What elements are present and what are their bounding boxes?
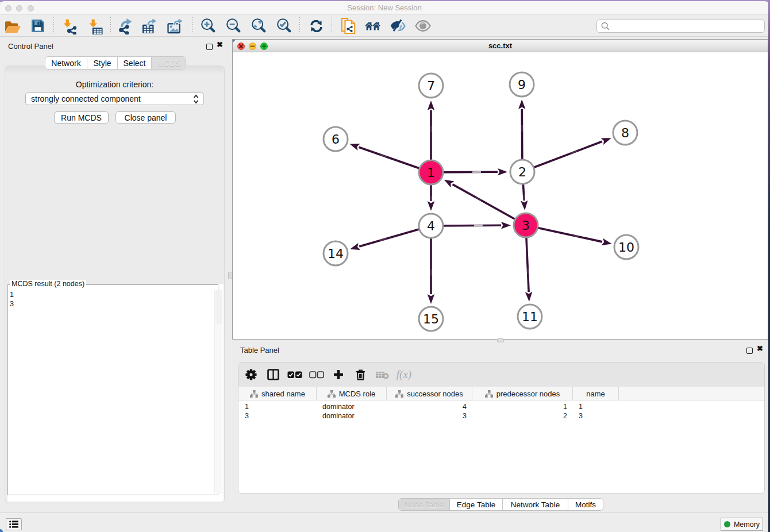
- float-panel-icon[interactable]: [206, 44, 213, 50]
- edge-handle-1-7[interactable]: [430, 126, 432, 132]
- open-session-button[interactable]: [5, 18, 21, 34]
- gear-icon: [245, 369, 257, 380]
- edge-handle-1-4[interactable]: [430, 196, 432, 202]
- column-edit-icon: [395, 390, 403, 398]
- control-panel-tabs: NetworkStyleSelectMCDS: [45, 56, 186, 70]
- edge-handle-1-2[interactable]: [472, 171, 481, 173]
- column-edit-icon: [250, 390, 258, 398]
- table-settings-button[interactable]: [240, 369, 262, 380]
- table-panel-tabs: Node TableEdge TableNetwork TableMotifs: [398, 498, 603, 511]
- plus-icon: [333, 369, 344, 380]
- export-image-icon: [167, 17, 183, 34]
- zoom-in-button[interactable]: [200, 18, 216, 34]
- arrowhead-1-4: [428, 201, 435, 211]
- node-label-6: 6: [332, 132, 340, 147]
- edge-handle-1-6[interactable]: [380, 154, 386, 157]
- zoom-in-icon: [200, 17, 216, 34]
- export-table-button[interactable]: [141, 18, 157, 34]
- zoom-selected-button[interactable]: [276, 18, 292, 34]
- memory-status-dot: [724, 521, 730, 527]
- import-table-icon: [87, 17, 103, 34]
- trash-icon: [356, 369, 365, 380]
- arrowhead-4-3: [501, 222, 511, 229]
- cell-r0-c0[interactable]: 1: [245, 402, 249, 411]
- column-label: shared name: [261, 390, 305, 398]
- import-network-button[interactable]: [61, 18, 78, 34]
- export-image-button[interactable]: [167, 18, 183, 34]
- cell-r0-c3[interactable]: 1: [472, 402, 567, 411]
- duplicate-network-button[interactable]: [341, 18, 357, 34]
- tab-style[interactable]: Style: [87, 57, 118, 69]
- close-panel-icon[interactable]: ✖: [217, 40, 223, 49]
- toolbar-separator: [53, 17, 54, 34]
- optimization-criterion-select[interactable]: strongly connected component: [25, 92, 204, 105]
- cell-r1-c1[interactable]: dominator: [322, 411, 355, 421]
- tab-edge-table[interactable]: Edge Table: [450, 499, 503, 510]
- table-split-view-button[interactable]: [262, 369, 284, 380]
- tab-motifs[interactable]: Motifs: [568, 499, 603, 510]
- arrowhead-1-2: [498, 168, 507, 175]
- result-scrollbar-thumb[interactable]: [215, 290, 222, 324]
- delete-table-button[interactable]: [371, 371, 393, 379]
- mcds-result-title: MCDS result (2 nodes): [10, 280, 86, 288]
- node-label-2: 2: [518, 165, 526, 179]
- edge-handle-4-14[interactable]: [380, 238, 386, 241]
- select-all-columns-button[interactable]: [284, 371, 306, 379]
- window-titlebar[interactable]: Session: New Session: [0, 1, 769, 14]
- cell-r0-c1[interactable]: dominator: [322, 402, 355, 411]
- toolbar-separator: [192, 17, 192, 34]
- column-header-predecessor-nodes[interactable]: predecessor nodes: [472, 387, 573, 400]
- save-session-button[interactable]: [30, 18, 46, 34]
- edge-handle-2-9[interactable]: [521, 125, 523, 131]
- column-header-name[interactable]: name: [573, 387, 619, 400]
- edge-handle-4-15[interactable]: [430, 269, 432, 276]
- network-window-titlebar[interactable]: scc.txt: [233, 40, 768, 52]
- tab-node-table[interactable]: Node Table: [399, 499, 450, 510]
- show-all-button[interactable]: [365, 18, 381, 34]
- column-label: successor nodes: [407, 390, 463, 398]
- cell-r0-c4[interactable]: 1: [579, 402, 583, 411]
- export-network-button[interactable]: [118, 18, 134, 34]
- memory-label: Memory: [734, 521, 760, 529]
- import-network-icon: [61, 17, 78, 34]
- run-mcds-button[interactable]: Run MCDS: [54, 111, 109, 124]
- tab-select[interactable]: Select: [118, 57, 152, 69]
- show-hidden-button[interactable]: [415, 18, 431, 34]
- zoom-out-button[interactable]: [225, 18, 241, 34]
- cell-r1-c0[interactable]: 3: [245, 411, 249, 421]
- node-label-15: 15: [423, 312, 439, 326]
- memory-button[interactable]: Memory: [721, 518, 763, 531]
- tab-network-table[interactable]: Network Table: [503, 499, 568, 510]
- apply-layout-button[interactable]: [308, 18, 324, 34]
- column-header-successor-nodes[interactable]: successor nodes: [387, 387, 472, 400]
- cell-r1-c3[interactable]: 2: [472, 411, 567, 421]
- close-panel-button[interactable]: Close panel: [116, 111, 176, 124]
- edge-handle-3-1[interactable]: [475, 196, 482, 201]
- cell-r0-c2[interactable]: 4: [387, 402, 467, 411]
- network-graph[interactable]: 7968124314101511: [233, 52, 768, 340]
- cell-r1-c4[interactable]: 3: [579, 411, 583, 421]
- column-header-MCDS-role[interactable]: MCDS role: [317, 387, 387, 400]
- horizontal-splitter-grip[interactable]: [497, 338, 504, 342]
- import-table-button[interactable]: [87, 18, 103, 34]
- zoom-out-icon: [225, 17, 241, 34]
- zoom-fit-button[interactable]: [251, 18, 267, 34]
- table-close-panel-icon[interactable]: ✖: [757, 344, 763, 353]
- column-header-shared-name[interactable]: shared name: [239, 387, 317, 400]
- tab-network[interactable]: Network: [45, 57, 87, 69]
- mcds-result-list[interactable]: 1 3: [10, 290, 14, 309]
- column-label: name: [586, 390, 605, 398]
- table-float-panel-icon[interactable]: [746, 348, 753, 354]
- result-scrollbar[interactable]: [214, 290, 222, 494]
- task-history-button[interactable]: [6, 518, 22, 530]
- deselect-all-columns-button[interactable]: [306, 371, 328, 379]
- hide-selected-button[interactable]: [390, 18, 406, 34]
- tab-mcds[interactable]: MCDS: [152, 57, 186, 69]
- add-column-button[interactable]: [328, 369, 349, 380]
- edge-handle-4-3[interactable]: [474, 225, 483, 226]
- search-box[interactable]: [596, 20, 765, 33]
- function-builder-button[interactable]: f(x): [393, 368, 415, 381]
- cell-r1-c2[interactable]: 3: [387, 411, 467, 421]
- delete-column-button[interactable]: [349, 369, 371, 380]
- edge-handle-3-11[interactable]: [527, 268, 529, 274]
